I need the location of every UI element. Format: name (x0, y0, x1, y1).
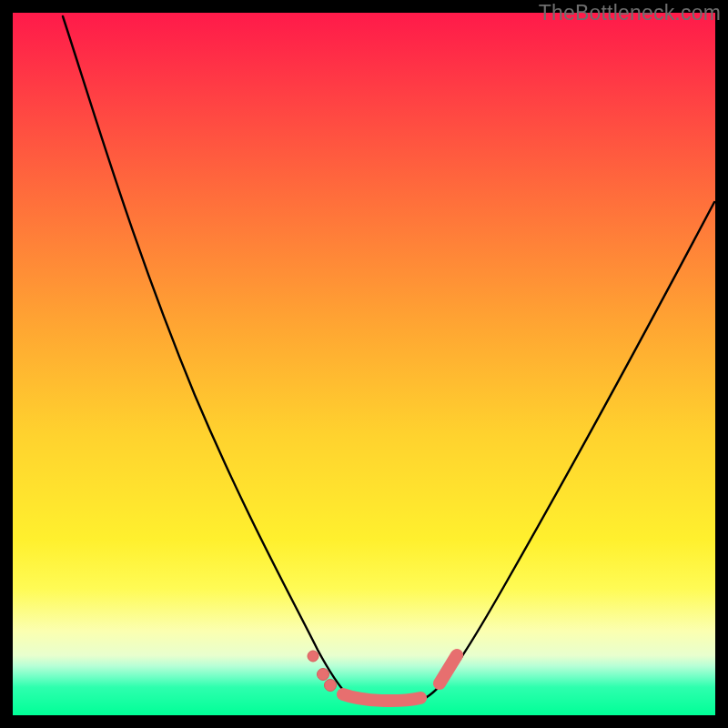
trough-marker-dot (308, 651, 318, 662)
trough-marker-dot (318, 669, 329, 681)
trough-marker-capsule-right (440, 655, 457, 683)
trough-marker-capsule (343, 694, 420, 701)
curve-right-arm (427, 202, 714, 697)
bottleneck-curve (13, 13, 715, 715)
curve-left-arm (63, 16, 349, 697)
trough-marker-dot (325, 680, 337, 692)
watermark-text: TheBottleneck.com (539, 1, 721, 25)
chart-plot-area (13, 13, 715, 715)
